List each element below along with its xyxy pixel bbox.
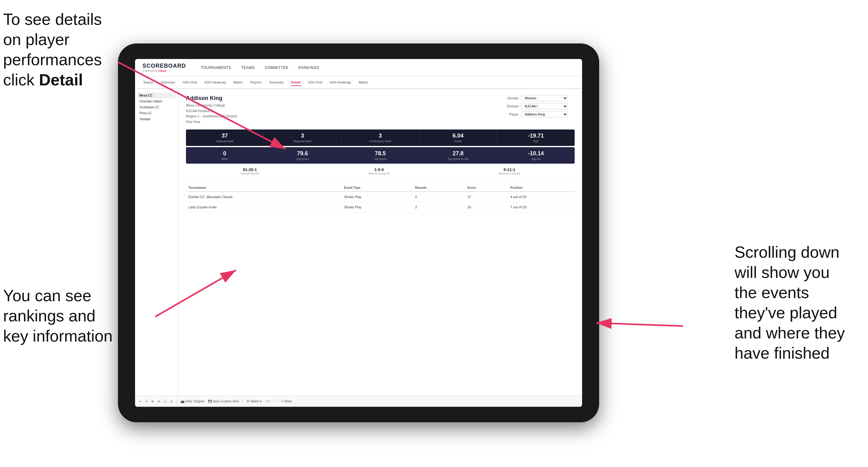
record-top50-value: 5-11-1 xyxy=(499,167,520,172)
logo-scoreboard: SCOREBOARD xyxy=(143,63,186,69)
stat-sos-label: SoS xyxy=(499,140,572,143)
stat-avg-sg-value: -10.14 xyxy=(499,150,572,157)
stat-points-value: 6.04 xyxy=(422,132,495,139)
record-overall-value: 91-20-1 xyxy=(241,167,259,172)
gender-select[interactable]: Women xyxy=(521,95,568,101)
player-selectors: Gender Women Division NJCAA I xyxy=(500,95,575,125)
stat-sos: -19.71 SoS xyxy=(497,129,575,146)
score-2: 16 xyxy=(465,202,508,212)
record-overall: 91-20-1 Overall Record xyxy=(241,167,259,175)
stat-national-rank-label: National Rank xyxy=(188,140,261,143)
nav-teams[interactable]: TEAMS xyxy=(241,64,255,71)
stat-points-label: Points xyxy=(422,140,495,143)
stat-conference-rank: 3 Conference Rank xyxy=(341,129,420,146)
stat-adj-score: 78.5 Adj Score xyxy=(341,147,420,164)
toolbar-expand[interactable]: □↗ xyxy=(266,400,270,403)
subnav-summary2[interactable]: Summary xyxy=(269,79,284,86)
toolbar-clock[interactable]: ◷ xyxy=(170,400,173,403)
player-school: Mesa Community College xyxy=(186,103,237,108)
toolbar-share[interactable]: ↗ Share xyxy=(280,400,292,403)
division-select[interactable]: NJCAA I xyxy=(521,103,568,109)
rounds-2: 2 xyxy=(412,202,465,212)
toolbar-view-original[interactable]: 📷 View: Original xyxy=(181,400,204,403)
subnav-summary[interactable]: Summary xyxy=(160,79,176,86)
table-row: Lady Coyote Invite Stroke Play 2 16 7 ou… xyxy=(186,202,575,212)
gender-row: Gender Women xyxy=(500,95,575,101)
left-panel: Mesa CC Chandler-Gilbert Scottsdale CC P… xyxy=(135,89,179,396)
subnav-matrix[interactable]: Matrix xyxy=(233,79,243,86)
tournament-name-2: Lady Coyote Invite xyxy=(186,202,341,212)
subnav-players[interactable]: Players xyxy=(250,79,262,86)
left-panel-item-2[interactable]: Scottsdale CC xyxy=(137,104,176,110)
left-panel-item-selected[interactable]: Mesa CC xyxy=(137,93,176,98)
record-top25-label: Record vs top 25 xyxy=(369,172,390,175)
player-header: Addison King Mesa Community College NJCA… xyxy=(186,95,575,125)
nav-tournaments[interactable]: TOURNAMENTS xyxy=(201,64,231,71)
record-top50: 5-11-1 Record vs top 50 xyxy=(499,167,520,175)
col-event-type: Event Type xyxy=(341,184,412,192)
stat-avg-score-par-label: Avg Score to Par xyxy=(422,157,495,160)
col-tournament: Tournament xyxy=(186,184,341,192)
tablet: SCOREBOARD Powered by clippd TOURNAMENTS… xyxy=(118,43,599,422)
stat-conference-rank-label: Conference Rank xyxy=(344,140,416,143)
left-panel-item-3[interactable]: Pima CC xyxy=(137,110,176,116)
division-label: Division xyxy=(500,104,519,108)
toolbar-save-custom[interactable]: 💾 Save Custom View xyxy=(208,400,239,403)
subnav-h2hheatmap2[interactable]: H2H Heatmap xyxy=(329,79,352,86)
toolbar-fit[interactable]: ▭ xyxy=(164,400,166,403)
player-select[interactable]: Addison King xyxy=(521,111,568,117)
stat-regional-rank-label: Regional Rank xyxy=(266,140,339,143)
main-panel: Addison King Mesa Community College NJCA… xyxy=(179,89,582,396)
toolbar-undo[interactable]: ↩ xyxy=(139,400,141,403)
stat-avg-score-label: Avg Score xyxy=(266,157,339,160)
subnav-h2hheatmap[interactable]: H2H Heatmap xyxy=(204,79,227,86)
toolbar-watch[interactable]: 👁 Watch ▾ xyxy=(247,400,262,403)
events-table: Tournament Event Type Rounds Score Posit… xyxy=(186,184,575,212)
stat-adj-score-label: Adj Score xyxy=(344,157,416,160)
nav-committee[interactable]: COMMITTEE xyxy=(265,64,289,71)
logo-area: SCOREBOARD Powered by clippd xyxy=(143,63,186,72)
gender-label: Gender xyxy=(500,96,519,100)
toolbar-zoom-in[interactable]: ⊕ xyxy=(151,400,154,403)
stat-wins-value: 0 xyxy=(188,150,261,157)
tablet-screen: SCOREBOARD Powered by clippd TOURNAMENTS… xyxy=(135,59,582,407)
stat-avg-score-par: 27.8 Avg Score to Par xyxy=(420,147,497,164)
toolbar-redo[interactable]: ↪ xyxy=(145,400,148,403)
subnav-matrix2[interactable]: Matrix xyxy=(358,79,369,86)
stat-points: 6.04 Points xyxy=(420,129,497,146)
toolbar-more[interactable]: ⋯ xyxy=(274,400,277,403)
toolbar-zoom-out[interactable]: ⊖ xyxy=(157,400,160,403)
division-row: Division NJCAA I xyxy=(500,103,575,109)
subnav-h2hgrid[interactable]: H2H Grid xyxy=(182,79,197,86)
table-row: Estella CC- Mountain Classic Stroke Play… xyxy=(186,192,575,202)
stat-sos-value: -19.71 xyxy=(499,132,572,139)
annotation-bottomleft: You can see rankings and key information xyxy=(3,286,121,346)
subnav-h2hgrid2[interactable]: H2H Grid xyxy=(307,79,323,86)
event-type-1: Stroke Play xyxy=(341,192,412,202)
subnav-detail[interactable]: Detail xyxy=(290,79,301,86)
rounds-1: 2 xyxy=(412,192,465,202)
left-panel-item-4[interactable]: Yavapai xyxy=(137,116,176,122)
record-overall-label: Overall Record xyxy=(241,172,259,175)
record-top25: 1-5-0 Record vs top 25 xyxy=(369,167,390,175)
event-type-2: Stroke Play xyxy=(341,202,412,212)
bottom-toolbar: ↩ ↪ ⊕ ⊖ ▭ ◷ 📷 View: Original 💾 Save Cust… xyxy=(135,396,582,407)
score-1: 17 xyxy=(465,192,508,202)
player-info: Addison King Mesa Community College NJCA… xyxy=(186,95,237,125)
position-1: 4 out of 20 xyxy=(508,192,575,202)
stat-avg-score-value: 79.6 xyxy=(266,150,339,157)
record-top50-label: Record vs top 50 xyxy=(499,172,520,175)
nav-rankings[interactable]: RANKINGS xyxy=(298,64,319,71)
stats-row1: 37 National Rank 3 Regional Rank 3 Confe… xyxy=(186,129,575,146)
subnav-teams[interactable]: Teams xyxy=(143,79,154,86)
player-name: Addison King xyxy=(186,95,237,101)
stat-avg-sg: -10.14 Avg SG xyxy=(497,147,575,164)
position-2: 7 out of 20 xyxy=(508,202,575,212)
stat-national-rank-value: 37 xyxy=(188,132,261,139)
left-panel-item-1[interactable]: Chandler-Gilbert xyxy=(137,98,176,104)
records-row: 91-20-1 Overall Record 1-5-0 Record vs t… xyxy=(186,167,575,179)
stat-regional-rank: 3 Regional Rank xyxy=(264,129,342,146)
tournament-name-1: Estella CC- Mountain Classic xyxy=(186,192,341,202)
annotation-bottomright: Scrolling down will show you the events … xyxy=(735,242,865,363)
player-row: Player Addison King xyxy=(500,111,575,117)
